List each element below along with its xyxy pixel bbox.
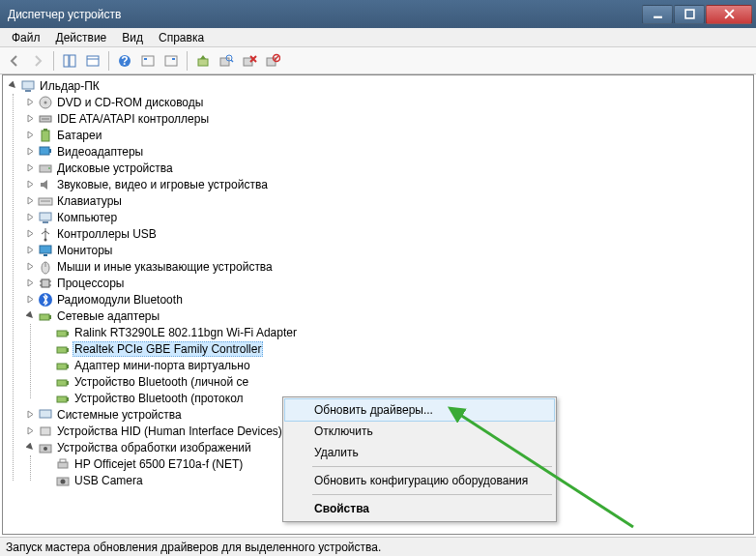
svg-rect-8 — [142, 56, 154, 66]
tree-item[interactable]: Мониторы — [24, 242, 753, 258]
separator — [187, 51, 188, 71]
menu-view[interactable]: Вид — [114, 29, 151, 46]
ctx-scan-hardware[interactable]: Обновить конфигурацию оборудования — [285, 470, 554, 491]
svg-rect-54 — [67, 365, 69, 368]
network-adapter-icon — [55, 374, 71, 390]
properties-button[interactable] — [82, 50, 103, 72]
tree-item[interactable]: Радиомодули Bluetooth — [24, 291, 753, 307]
expand-icon[interactable] — [24, 228, 36, 240]
tree-item[interactable]: Компьютер — [24, 209, 753, 225]
svg-point-66 — [61, 479, 66, 483]
tree-item[interactable]: DVD и CD-ROM дисководы — [24, 94, 753, 110]
tree-item[interactable]: Процессоры — [24, 275, 753, 291]
separator — [312, 466, 552, 467]
expand-icon[interactable] — [24, 294, 36, 306]
tree-item-network[interactable]: Сетевые адаптеры — [24, 307, 753, 324]
tree-root[interactable]: Ильдар-ПК — [7, 77, 753, 94]
forward-button[interactable] — [27, 50, 48, 72]
expand-icon[interactable] — [24, 179, 36, 190]
back-button[interactable] — [4, 50, 25, 72]
svg-rect-56 — [67, 381, 69, 385]
svg-rect-53 — [57, 364, 67, 369]
scan-hardware-button[interactable] — [216, 50, 237, 72]
monitor-icon — [38, 243, 53, 258]
toolbar-button-a[interactable] — [137, 50, 159, 72]
ctx-disable[interactable]: Отключить — [285, 421, 554, 442]
tree-item[interactable]: Устройство Bluetooth (личной се — [42, 373, 753, 390]
ide-icon — [38, 111, 53, 127]
svg-rect-47 — [40, 314, 49, 320]
expand-icon[interactable] — [24, 113, 36, 125]
tree-item[interactable]: IDE ATA/ATAPI контроллеры — [24, 110, 753, 127]
expand-icon[interactable] — [24, 409, 36, 421]
svg-rect-63 — [58, 462, 68, 468]
ctx-delete[interactable]: Удалить — [285, 442, 554, 463]
tree-item-label: Мыши и иные указывающие устройства — [57, 260, 273, 274]
svg-rect-58 — [67, 397, 69, 401]
toolbar: ? — [0, 47, 756, 74]
disable-button[interactable] — [262, 50, 283, 72]
close-button[interactable] — [706, 5, 752, 24]
tree-item[interactable]: Клавиатуры — [24, 192, 753, 209]
tree-item[interactable]: Видеоадаптеры — [24, 143, 753, 160]
svg-rect-12 — [198, 59, 208, 66]
tree-item-label: Мониторы — [57, 244, 112, 257]
hid-icon — [38, 424, 53, 439]
expand-icon[interactable] — [24, 212, 36, 223]
expand-icon[interactable] — [24, 130, 36, 141]
svg-rect-49 — [57, 331, 67, 337]
tree-item-label: Компьютер — [57, 211, 117, 224]
svg-rect-60 — [41, 427, 50, 435]
tree-item[interactable]: Адаптер мини-порта виртуально — [42, 357, 753, 373]
expand-icon[interactable] — [24, 146, 36, 158]
printer-icon — [55, 456, 71, 472]
computer-icon — [38, 210, 53, 225]
minimize-button[interactable] — [642, 5, 673, 24]
svg-rect-59 — [40, 410, 51, 418]
svg-rect-3 — [70, 55, 75, 67]
separator — [312, 494, 552, 495]
menu-help[interactable]: Справка — [151, 29, 212, 46]
tree-item-label: Звуковые, видео и игровые устройства — [57, 178, 268, 191]
ctx-update-driver[interactable]: Обновить драйверы... — [284, 398, 555, 422]
ctx-properties[interactable]: Свойства — [285, 498, 554, 519]
expand-icon[interactable] — [24, 261, 36, 273]
titlebar: Диспетчер устройств — [0, 0, 756, 28]
computer-icon — [20, 78, 36, 94]
maximize-button[interactable] — [674, 5, 705, 24]
show-hide-tree-button[interactable] — [59, 50, 80, 72]
help-button[interactable]: ? — [114, 50, 135, 72]
svg-rect-1 — [685, 10, 694, 18]
svg-rect-2 — [64, 55, 69, 67]
network-adapter-icon — [55, 341, 71, 357]
tree-item[interactable]: Контроллеры USB — [24, 225, 753, 242]
expand-icon[interactable] — [24, 425, 36, 437]
update-driver-button[interactable] — [192, 50, 214, 72]
expand-icon[interactable] — [24, 162, 36, 174]
tree-item-label: Устройства обработки изображений — [57, 441, 251, 454]
menu-file[interactable]: Файл — [4, 29, 48, 46]
expand-icon[interactable] — [24, 245, 36, 256]
uninstall-button[interactable] — [239, 50, 260, 72]
network-adapter-icon — [38, 308, 53, 324]
expand-icon[interactable] — [24, 195, 36, 207]
tree-item[interactable]: Звуковые, видео и игровые устройства — [24, 176, 753, 192]
tree-item-label: USB Camera — [74, 474, 143, 487]
tree-item[interactable]: Дисковые устройства — [24, 160, 753, 176]
svg-rect-11 — [172, 58, 175, 60]
tree-item-label: Ralink RT3290LE 802.11bgn Wi-Fi Adapter — [74, 326, 297, 339]
expand-icon[interactable] — [24, 97, 36, 108]
tree-item-label: Клавиатуры — [57, 194, 122, 208]
toolbar-button-b[interactable] — [160, 50, 182, 72]
tree-item-label: Радиомодули Bluetooth — [57, 293, 183, 307]
menu-action[interactable]: Действие — [48, 29, 115, 46]
expand-icon[interactable] — [24, 278, 36, 289]
tree-item[interactable]: Ralink RT3290LE 802.11bgn Wi-Fi Adapter — [42, 324, 753, 340]
collapse-icon[interactable] — [7, 80, 18, 92]
tree-item-realtek[interactable]: Realtek PCIe GBE Family Controller — [42, 340, 753, 357]
collapse-icon[interactable] — [24, 442, 36, 454]
tree-item[interactable]: Батареи — [24, 127, 753, 143]
tree-item[interactable]: Мыши и иные указывающие устройства — [24, 258, 753, 275]
svg-rect-64 — [60, 459, 66, 462]
collapse-icon[interactable] — [24, 310, 36, 322]
